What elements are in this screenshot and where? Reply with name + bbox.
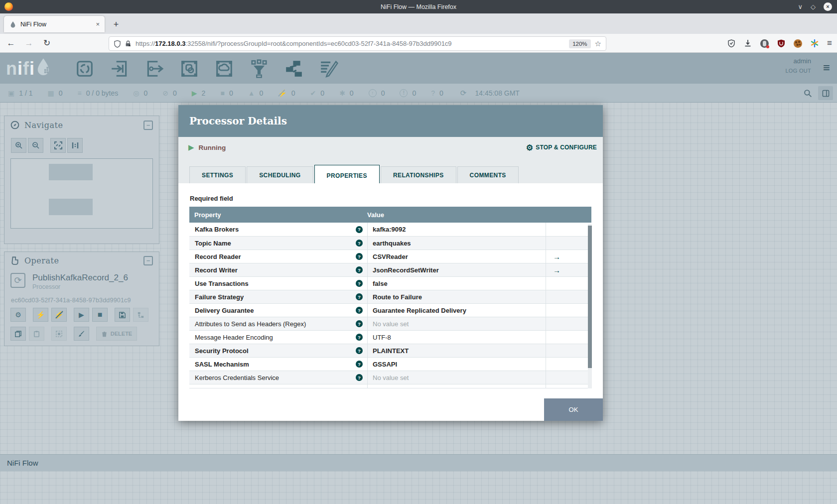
help-icon[interactable]: ?: [356, 280, 363, 287]
color-brush-button[interactable]: [74, 327, 89, 341]
property-row[interactable]: Security Protocol? PLAINTEXT →: [189, 344, 591, 357]
go-to-service-icon[interactable]: →: [553, 252, 560, 261]
forward-button[interactable]: →: [22, 36, 36, 50]
help-icon[interactable]: ?: [356, 240, 363, 247]
zoom-actual-size-button[interactable]: [67, 138, 83, 153]
queue-list-icon: ≡: [78, 89, 82, 97]
property-row[interactable]: Kerberos Credentials Service? No value s…: [189, 371, 591, 384]
help-icon[interactable]: ?: [356, 226, 363, 233]
label-tool-icon[interactable]: [319, 59, 339, 79]
navigate-collapse-button[interactable]: –: [143, 121, 153, 130]
cookie-extension-icon[interactable]: [794, 39, 802, 48]
download-icon[interactable]: [744, 39, 752, 47]
help-icon[interactable]: ?: [356, 361, 363, 368]
property-row[interactable]: Topic Name? earthquakes →: [189, 236, 591, 250]
search-icon[interactable]: [804, 89, 812, 98]
browser-menu-icon[interactable]: ≡: [827, 38, 832, 48]
status-sync-failure: ?0: [431, 89, 443, 97]
ok-button[interactable]: OK: [544, 398, 603, 421]
nifi-global-menu-icon[interactable]: ≡: [823, 61, 830, 75]
group-button[interactable]: [51, 327, 67, 341]
lock-warning-icon[interactable]: [125, 40, 132, 47]
save-template-button[interactable]: [115, 308, 130, 322]
help-icon[interactable]: ?: [356, 253, 363, 260]
input-port-tool-icon[interactable]: [110, 59, 130, 79]
ublock-extension-icon[interactable]: [777, 39, 785, 47]
paste-button[interactable]: [29, 327, 44, 341]
tab-scheduling[interactable]: SCHEDULING: [247, 166, 313, 185]
bulletin-panel-toggle-icon[interactable]: [818, 86, 833, 100]
new-tab-button[interactable]: +: [110, 18, 123, 31]
enable-button[interactable]: ⚡: [33, 308, 48, 322]
tab-comments[interactable]: COMMENTS: [457, 166, 519, 185]
template-tool-icon[interactable]: [284, 59, 304, 79]
asterisk-extension-icon[interactable]: [811, 39, 819, 47]
configure-gear-button[interactable]: ⚙: [10, 308, 26, 322]
breadcrumb-root[interactable]: NiFi Flow: [7, 459, 38, 467]
cluster-icon: ▣: [8, 89, 14, 97]
start-button[interactable]: ▶: [74, 308, 89, 322]
tracking-protection-shield-icon[interactable]: [114, 40, 121, 48]
stop-button[interactable]: ■: [92, 308, 108, 322]
output-port-tool-icon[interactable]: [144, 59, 164, 79]
help-icon[interactable]: ?: [356, 307, 363, 314]
delete-button[interactable]: DELETE: [96, 327, 137, 341]
dialog-header: Processor Details: [178, 105, 603, 137]
stop-and-configure-button[interactable]: ⚙ STOP & CONFIGURE: [526, 137, 597, 158]
status-disabled: ⚡0: [278, 89, 295, 97]
property-row[interactable]: Message Header Encoding? UTF-8 →: [189, 330, 591, 344]
refresh-icon[interactable]: ⟳: [460, 89, 467, 98]
window-close-button[interactable]: ×: [824, 2, 832, 11]
back-button[interactable]: ←: [4, 36, 18, 50]
go-to-service-icon[interactable]: →: [553, 266, 560, 274]
operate-collapse-button[interactable]: –: [143, 256, 153, 265]
property-row[interactable]: Record Writer? JsonRecordSetWriter →: [189, 263, 591, 276]
property-row[interactable]: SASL Mechanism? GSSAPI →: [189, 357, 591, 371]
disable-button[interactable]: ⚡: [51, 308, 67, 322]
property-row[interactable]: Delivery Guarantee? Guarantee Replicated…: [189, 303, 591, 317]
help-icon[interactable]: ?: [356, 293, 363, 300]
remote-process-group-tool-icon[interactable]: [214, 59, 234, 79]
nifi-header-bar: nifi: [0, 53, 837, 84]
protections-shield-icon[interactable]: [727, 39, 735, 47]
sync-failure-icon: ?: [431, 89, 435, 97]
zoom-fit-button[interactable]: [50, 138, 66, 153]
help-icon[interactable]: ?: [356, 266, 363, 273]
help-icon[interactable]: ?: [356, 347, 363, 354]
operate-hand-icon: [10, 256, 19, 265]
window-minimize-button[interactable]: ∨: [798, 3, 803, 10]
breadcrumb-bar: NiFi Flow: [0, 454, 837, 471]
scrollbar-thumb[interactable]: [588, 226, 592, 368]
copy-button[interactable]: [10, 327, 26, 341]
bookmark-star-icon[interactable]: ☆: [595, 39, 601, 48]
compass-icon: [10, 121, 19, 129]
tab-relationships[interactable]: RELATIONSHIPS: [381, 166, 456, 185]
container-extension-icon[interactable]: [760, 39, 769, 48]
url-bar[interactable]: https://172.18.0.3:32558/nifi/?processGr…: [109, 36, 606, 51]
zoom-in-button[interactable]: [11, 138, 26, 153]
property-row[interactable]: Failure Strategy? Route to Failure →: [189, 290, 591, 303]
tab-close-icon[interactable]: ×: [96, 20, 100, 28]
property-row[interactable]: Record Reader? CSVReader →: [189, 250, 591, 263]
process-group-tool-icon[interactable]: [179, 59, 199, 79]
zoom-out-button[interactable]: [28, 138, 43, 153]
reload-button[interactable]: ↻: [40, 36, 54, 50]
processor-tool-icon[interactable]: [75, 59, 95, 79]
help-icon[interactable]: ?: [356, 334, 363, 341]
property-row[interactable]: Attributes to Send as Headers (Regex)? N…: [189, 317, 591, 330]
zoom-level-badge[interactable]: 120%: [569, 39, 590, 48]
property-row[interactable]: Kafka Brokers? kafka:9092 →: [189, 223, 591, 236]
window-maximize-button[interactable]: ◇: [811, 3, 816, 10]
birdseye-minimap[interactable]: [10, 158, 153, 229]
processor-details-dialog: Processor Details ▶ Running ⚙ STOP & CON…: [178, 105, 603, 421]
property-row[interactable]: Use Transactions? false →: [189, 276, 591, 290]
help-icon[interactable]: ?: [356, 374, 363, 381]
logout-link[interactable]: LOG OUT: [785, 68, 811, 74]
browser-tab[interactable]: NiFi Flow ×: [4, 16, 105, 32]
upload-template-button[interactable]: [133, 308, 148, 322]
table-scrollbar[interactable]: [588, 224, 592, 388]
help-icon[interactable]: ?: [356, 320, 363, 327]
funnel-tool-icon[interactable]: [249, 59, 269, 79]
tab-settings[interactable]: SETTINGS: [189, 166, 246, 185]
modified-stale-icon: !: [400, 89, 408, 97]
